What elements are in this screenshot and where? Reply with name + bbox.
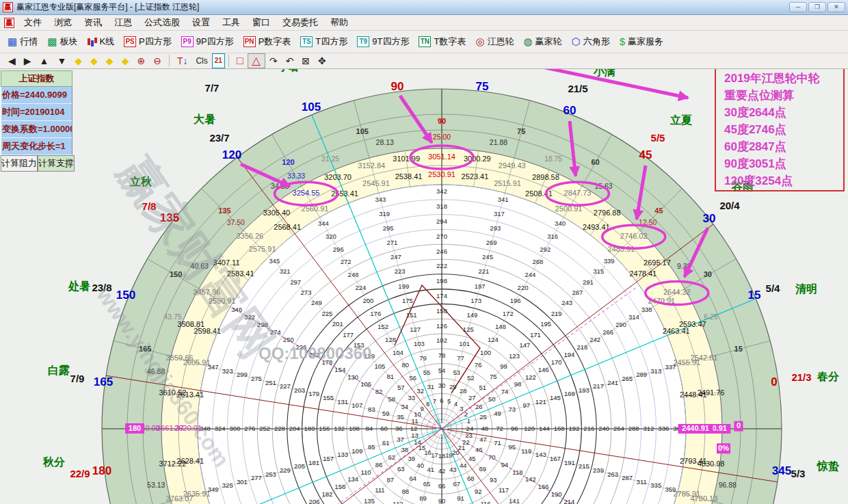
- cls-icon[interactable]: Cls: [191, 54, 211, 68]
- toolbar-button-kline[interactable]: K线: [82, 34, 119, 50]
- toolbar-separator: [169, 55, 170, 67]
- toolbar-label: 赢家轮: [535, 36, 562, 48]
- zoom-out-icon[interactable]: ⊖: [149, 54, 165, 68]
- toolbar-label: K线: [99, 36, 114, 48]
- toolbar-label: P四方形: [139, 36, 172, 48]
- t-table-icon: TN: [419, 36, 431, 47]
- p-table-icon: PN: [243, 36, 256, 47]
- minimize-button[interactable]: ─: [789, 2, 807, 12]
- up-icon[interactable]: ▲: [36, 54, 53, 68]
- annotation-box: 2019年江恩轮中轮重要点位测算30度2644点45度2746点60度2847点…: [715, 60, 845, 191]
- annotation-line-4: 60度2847点: [724, 138, 843, 155]
- menu-item-5[interactable]: 设置: [186, 15, 216, 30]
- app-logo-small: 赢: [4, 18, 14, 28]
- window-title: 赢家江恩专业版[赢家服务平台] - [上证指数 江恩轮]: [16, 1, 199, 13]
- toolbar-button-t-square[interactable]: TST四方形: [295, 34, 352, 50]
- app-logo: 赢: [3, 2, 13, 12]
- annotation-line-6: 120度3254点: [724, 172, 843, 189]
- winner-wheel-icon: ◍: [523, 36, 532, 47]
- annotation-line-3: 45度2746点: [724, 121, 843, 138]
- toolbar-label: 江恩轮: [487, 36, 514, 48]
- menu-item-8[interactable]: 交易委托: [276, 15, 324, 30]
- calc-support-button[interactable]: 计算支撑: [38, 155, 75, 172]
- main-toolbar: ▦行情▩板块K线PSP四方形P99P四方形PNP数字表TST四方形T99T四方形…: [0, 31, 848, 53]
- toolbar-button-9p-square[interactable]: P99P四方形: [176, 34, 239, 50]
- info-row-3: 周天变化步长=1: [1, 138, 72, 155]
- hexagon-icon: ⬡: [572, 36, 581, 47]
- menu-item-9[interactable]: 帮助: [324, 15, 354, 30]
- instrument-name: 上证指数: [1, 70, 72, 87]
- toolbar-label: 赢家服务: [628, 36, 663, 48]
- menu-item-7[interactable]: 窗口: [246, 15, 276, 30]
- blocks-icon: ▩: [47, 36, 57, 47]
- info-row-2: 变换系数=1.00000: [1, 121, 72, 138]
- grid-icon: ▦: [8, 36, 17, 47]
- info-row-0: 价格=2440.9099: [1, 87, 72, 104]
- zoom-in-icon[interactable]: ⊕: [133, 54, 149, 68]
- toolbar-button-blocks[interactable]: ▩板块: [42, 34, 82, 50]
- toolbar-button-service[interactable]: $赢家服务: [615, 34, 668, 50]
- annotation-line-2: 30度2644点: [724, 104, 843, 121]
- move-tool-icon[interactable]: ✥: [314, 54, 330, 68]
- menu-item-6[interactable]: 工具: [216, 15, 246, 30]
- toolbar-label: P数字表: [259, 36, 291, 48]
- annotation-line-1: 重要点位测算: [724, 87, 843, 104]
- p-square-icon: PS: [124, 36, 136, 47]
- drawing-toolbar: ◀▶▲▼◆◆◆◆⊕⊖T↓Cls21□△↷↶⊠✥: [0, 53, 848, 69]
- rect-tool-icon[interactable]: □: [233, 54, 248, 68]
- menu-item-2[interactable]: 资讯: [78, 15, 108, 30]
- toolbar-button-p-square[interactable]: PSP四方形: [119, 34, 176, 50]
- toolbar-button-p-table[interactable]: PNP数字表: [239, 34, 296, 50]
- 9t-square-icon: T9: [357, 36, 369, 47]
- close-button[interactable]: ✕: [827, 2, 845, 12]
- back-icon[interactable]: ◀: [4, 54, 20, 68]
- annotation-line-0: 2019年江恩轮中轮: [724, 70, 843, 87]
- instrument-info-panel: 上证指数 价格=2440.9099时间=20190104变换系数=1.00000…: [1, 70, 72, 172]
- title-bar: 赢 赢家江恩专业版[赢家服务平台] - [上证指数 江恩轮] ─ ❐ ✕: [0, 0, 848, 15]
- down-icon[interactable]: ▼: [53, 54, 70, 68]
- menu-item-3[interactable]: 江恩: [108, 15, 138, 30]
- diam-right-icon[interactable]: ◆: [86, 54, 102, 68]
- menu-bar: 赢 文件浏览资讯江恩公式选股设置工具窗口交易委托帮助: [0, 15, 848, 31]
- toolbar-label: 行情: [20, 36, 38, 48]
- toolbar-button-grid[interactable]: ▦行情: [3, 34, 42, 50]
- toolbar-button-9t-square[interactable]: T99T四方形: [352, 34, 414, 50]
- toolbar-label: 板块: [59, 36, 77, 48]
- kline-icon: [87, 37, 96, 47]
- menu-item-4[interactable]: 公式选股: [138, 15, 186, 30]
- rotate-ccw-icon[interactable]: ↶: [282, 54, 298, 68]
- menu-item-1[interactable]: 浏览: [48, 15, 78, 30]
- t-arrow-icon[interactable]: T↓: [173, 54, 192, 68]
- forward-icon[interactable]: ▶: [20, 54, 36, 68]
- toolbar-label: T四方形: [315, 36, 347, 48]
- select-box-icon[interactable]: ⊠: [297, 54, 314, 68]
- toolbar-label: 六角形: [583, 36, 610, 48]
- toolbar-button-hexagon[interactable]: ⬡六角形: [567, 34, 615, 50]
- menu-item-0[interactable]: 文件: [18, 15, 48, 30]
- 9p-square-icon: P9: [181, 36, 194, 47]
- t-square-icon: TS: [300, 36, 313, 47]
- maximize-button[interactable]: ❐: [808, 2, 826, 12]
- toolbar-button-winner-wheel[interactable]: ◍赢家轮: [518, 34, 566, 50]
- toolbar-button-t-table[interactable]: TNT数字表: [414, 34, 471, 50]
- toolbar-button-gann-wheel[interactable]: ◎江恩轮: [471, 34, 518, 50]
- toolbar-label: 9T四方形: [372, 36, 409, 48]
- triangle-tool-icon[interactable]: △: [248, 53, 265, 68]
- diam-left-icon[interactable]: ◆: [70, 54, 86, 68]
- calc-resistance-button[interactable]: 计算阻力: [1, 155, 38, 172]
- info-row-1: 时间=20190104: [1, 104, 72, 121]
- calendar-icon[interactable]: 21: [212, 53, 225, 68]
- toolbar-separator: [228, 55, 229, 67]
- diam-up-icon[interactable]: ◆: [102, 54, 118, 68]
- annotation-line-5: 90度3051点: [724, 155, 843, 172]
- toolbar-label: T数字表: [434, 36, 466, 48]
- diam-down-icon[interactable]: ◆: [118, 54, 133, 68]
- toolbar-label: 9P四方形: [196, 36, 234, 48]
- rotate-cw-icon[interactable]: ↷: [265, 54, 282, 68]
- gann-wheel-icon: ◎: [475, 36, 484, 47]
- service-icon: $: [620, 36, 625, 47]
- window-controls: ─ ❐ ✕: [789, 2, 845, 12]
